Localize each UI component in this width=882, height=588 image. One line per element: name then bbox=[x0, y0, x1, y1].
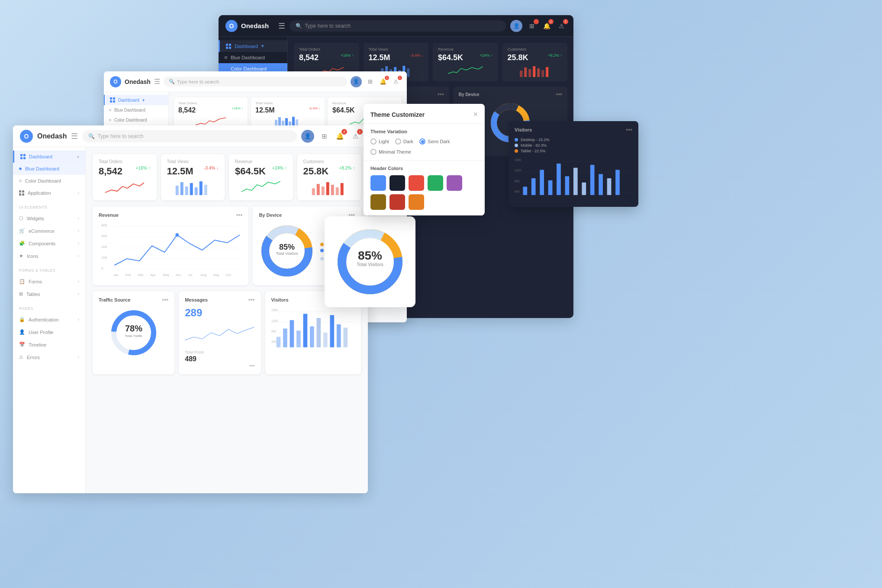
hamburger-front[interactable]: ☰ bbox=[71, 132, 78, 141]
swatch-dark[interactable] bbox=[389, 175, 405, 191]
nav-blue-back[interactable]: Blue Dashboard bbox=[219, 52, 287, 63]
svg-rect-149 bbox=[330, 315, 334, 347]
alert-icon-back[interactable]: ⚠1 bbox=[556, 21, 567, 31]
ui-section-front: UI ELEMENTS bbox=[13, 202, 85, 212]
svg-rect-15 bbox=[520, 71, 522, 77]
svg-text:200: 200 bbox=[101, 256, 107, 260]
search-placeholder-front: Type here to search bbox=[97, 133, 143, 139]
bell-icon-mid[interactable]: 🔔2 bbox=[378, 77, 388, 87]
nav-app-front[interactable]: Application ‹ bbox=[13, 187, 85, 199]
svg-text:Total Visitors: Total Visitors bbox=[357, 262, 384, 267]
donut-front: 85% Total Visitors bbox=[259, 223, 315, 279]
alert-icon-mid[interactable]: ⚠1 bbox=[391, 77, 401, 87]
nav-errors-front[interactable]: ⚠ Errors ‹ bbox=[13, 351, 85, 363]
svg-rect-49 bbox=[590, 165, 595, 195]
radio-light[interactable]: Light bbox=[370, 138, 389, 145]
svg-rect-54 bbox=[113, 97, 115, 100]
nav-profile-front[interactable]: 👤 User Profile bbox=[13, 326, 85, 338]
swatch-red[interactable] bbox=[409, 175, 424, 191]
nav-dashboard-mid[interactable]: Dashboard ▾ bbox=[104, 95, 168, 105]
nav-dashboard-front[interactable]: Dashboard ▾ bbox=[13, 151, 85, 163]
avatar-front[interactable]: 👤 bbox=[301, 130, 314, 143]
body-front: Dashboard ▾ Blue Dashboard Color Dashboa… bbox=[13, 147, 368, 493]
logo-text-mid: Onedash bbox=[125, 78, 151, 85]
nav-blue-front[interactable]: Blue Dashboard bbox=[13, 163, 85, 175]
nav-color-mid[interactable]: Color Dashboard bbox=[104, 115, 168, 125]
svg-text:Feb: Feb bbox=[125, 273, 131, 277]
radio-minimal[interactable]: Minimal Theme bbox=[370, 149, 478, 155]
svg-rect-46 bbox=[565, 176, 570, 195]
avatar-mid[interactable]: 👤 bbox=[351, 76, 362, 87]
svg-rect-97 bbox=[326, 182, 329, 195]
nav-color-front[interactable]: Color Dashboard bbox=[13, 175, 85, 187]
bell-icon-back[interactable]: 🔔1 bbox=[541, 21, 552, 31]
topbar-front: O Onedash ☰ 🔍 Type here to search 👤 ⊞ 🔔2… bbox=[13, 125, 368, 147]
theme-radio-group: Light Dark Semi Dark bbox=[370, 138, 478, 145]
search-bar-front[interactable]: 🔍 Type here to search bbox=[82, 130, 297, 142]
swatch-darkred[interactable] bbox=[389, 194, 405, 210]
nav-forms-front[interactable]: 📋 Forms ‹ bbox=[13, 275, 85, 288]
hamburger-back[interactable]: ☰ bbox=[278, 21, 285, 31]
svg-rect-44 bbox=[548, 180, 553, 195]
swatch-brown[interactable] bbox=[370, 194, 386, 210]
close-panel-button[interactable]: × bbox=[473, 110, 478, 119]
nav-components-front[interactable]: 🧩 Components ‹ bbox=[13, 237, 85, 250]
svg-rect-96 bbox=[321, 186, 324, 195]
search-bar-back[interactable]: 🔍 Type here to search bbox=[290, 20, 506, 32]
svg-text:0: 0 bbox=[101, 267, 103, 270]
svg-rect-84 bbox=[22, 190, 24, 193]
swatch-green[interactable] bbox=[428, 175, 443, 191]
dot-blue-back bbox=[225, 56, 227, 59]
revenue-chart-front: Revenue ••• 800 600 400 200 0 bbox=[93, 206, 248, 285]
svg-rect-148 bbox=[323, 333, 327, 347]
swatch-orange[interactable] bbox=[409, 194, 424, 210]
swatch-blue[interactable] bbox=[370, 175, 386, 191]
avatar-back[interactable]: 👤 bbox=[510, 20, 522, 32]
nav-blue-mid[interactable]: Blue Dashboard bbox=[104, 105, 168, 115]
nav-widgets-front[interactable]: ⬡ Widgets ‹ bbox=[13, 212, 85, 225]
svg-rect-83 bbox=[19, 190, 21, 193]
grid-icon-front[interactable]: ⊞ bbox=[319, 131, 330, 142]
svg-rect-18 bbox=[533, 66, 535, 77]
svg-rect-92 bbox=[199, 181, 202, 195]
svg-rect-2 bbox=[226, 47, 228, 49]
svg-text:800: 800 bbox=[101, 223, 107, 227]
svg-rect-21 bbox=[546, 67, 548, 77]
topbar-back: O Onedash ☰ 🔍 Type here to search 👤 ⊞ 🔔1… bbox=[219, 15, 573, 37]
nav-auth-front[interactable]: 🔒 Authentication ‹ bbox=[13, 313, 85, 326]
svg-rect-56 bbox=[113, 100, 115, 103]
svg-text:85%: 85% bbox=[279, 243, 295, 251]
svg-rect-16 bbox=[524, 67, 527, 77]
svg-rect-99 bbox=[335, 187, 338, 195]
visitors-bars-back: 1600 1200 800 400 bbox=[515, 157, 632, 200]
svg-rect-146 bbox=[310, 326, 314, 347]
pages-section-front: PAGES bbox=[13, 304, 85, 313]
radio-circle-dark bbox=[395, 138, 401, 145]
nav-tables-front[interactable]: ⊞ Tables ‹ bbox=[13, 288, 85, 300]
nav-icons-front[interactable]: ★ Icons ‹ bbox=[13, 250, 85, 262]
grid-icon-mid[interactable]: ⊞ bbox=[365, 77, 375, 87]
search-placeholder-back: Type here to search bbox=[305, 23, 351, 29]
search-bar-mid[interactable]: 🔍 Type here to search bbox=[164, 77, 347, 87]
radio-circle-minimal bbox=[370, 149, 377, 155]
svg-rect-147 bbox=[316, 318, 321, 347]
nav-timeline-front[interactable]: 📅 Timeline bbox=[13, 338, 85, 351]
logo-icon-mid: O bbox=[110, 76, 121, 87]
chevron-dashboard-mid: ▾ bbox=[142, 98, 145, 103]
radio-semidark[interactable]: Semi Dark bbox=[419, 138, 450, 145]
nav-ecommerce-front[interactable]: 🛒 eCommerce ‹ bbox=[13, 225, 85, 237]
header-colors-section: Header Colors bbox=[364, 161, 485, 215]
swatch-purple[interactable] bbox=[447, 175, 462, 191]
top-icons-mid: 👤 ⊞ 🔔2 ⚠1 bbox=[351, 76, 401, 87]
hamburger-mid[interactable]: ☰ bbox=[154, 77, 160, 86]
radio-dark[interactable]: Dark bbox=[395, 138, 413, 145]
alert-icon-front[interactable]: ⚠1 bbox=[350, 131, 361, 142]
logo-icon-back: O bbox=[225, 20, 238, 32]
svg-text:Mar: Mar bbox=[138, 273, 144, 277]
svg-rect-52 bbox=[615, 170, 620, 195]
grid-icon-back[interactable]: ⊞ bbox=[527, 21, 537, 31]
svg-rect-100 bbox=[340, 183, 343, 195]
bell-icon-front[interactable]: 🔔2 bbox=[334, 131, 345, 142]
forms-section-front: FORMS & TABLES bbox=[13, 266, 85, 275]
nav-dashboard-back[interactable]: Dashboard ▾ bbox=[219, 40, 287, 52]
